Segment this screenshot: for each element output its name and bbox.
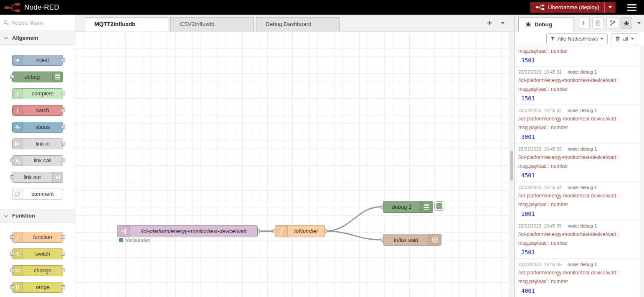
flow-node-debug1[interactable]: debug 1 (383, 201, 433, 213)
deploy-button[interactable]: Übernahme (deploy) (530, 2, 616, 13)
palette-section-funktion[interactable]: Funktion (0, 209, 75, 223)
node-label: debug 1 (383, 201, 420, 213)
sidebar-history-button[interactable] (606, 18, 618, 28)
range-icon (15, 284, 20, 290)
message-node: node: debug 1 (568, 185, 597, 190)
node-output-port[interactable] (61, 92, 65, 95)
palette-node-change[interactable]: change (12, 265, 63, 276)
node-output-port[interactable] (61, 252, 65, 256)
flow-node-tonumber[interactable]: ƒ toNumber (275, 225, 325, 237)
node-output-port[interactable] (61, 269, 65, 272)
sidebar-tabs-caret[interactable] (637, 22, 641, 24)
palette-node-link-out[interactable]: link out (12, 172, 63, 183)
palette-node-link-in[interactable]: link in (12, 138, 63, 149)
debug-message[interactable]: msg.payload : number 3501 (515, 47, 644, 67)
debug-message[interactable]: 23/02/2023, 16:45:36node: debug 1 /iot-p… (515, 259, 644, 297)
debug-message[interactable]: 23/02/2023, 16:45:33node: debug 1 /iot-p… (515, 143, 644, 182)
debug-enable-toggle[interactable] (434, 201, 444, 211)
debug-message[interactable]: 23/02/2023, 16:45:32node: debug 1 /iot-p… (515, 105, 644, 143)
flow-node-influx-watt[interactable]: Influx watt (383, 234, 441, 246)
sidebar-info-button[interactable]: i (578, 18, 590, 28)
status-wave-icon (15, 124, 20, 130)
node-output-port[interactable] (61, 142, 65, 146)
link-call-icon (15, 158, 20, 164)
node-input-port[interactable] (10, 75, 14, 79)
palette-search[interactable] (0, 15, 75, 31)
message-timestamp: 23/02/2023, 16:45:35 (518, 223, 562, 228)
tab-debug-dashboard[interactable]: Debug Dashboard (256, 17, 340, 31)
message-value[interactable]: 1001 (518, 210, 636, 217)
node-input-port[interactable] (10, 175, 14, 179)
node-output-port[interactable] (61, 159, 65, 162)
node-output-port[interactable] (61, 285, 65, 289)
message-timestamp: 23/02/2023, 16:45:34 (518, 185, 562, 190)
add-flow-button[interactable]: + (487, 19, 492, 27)
wire[interactable] (325, 207, 381, 231)
palette-search-input[interactable] (11, 20, 66, 26)
flow-list-caret[interactable] (501, 22, 505, 24)
app-header: Node-RED Übernahme (deploy) (0, 0, 644, 15)
sidebar-header: Debug i (515, 15, 644, 31)
palette-node-inject[interactable]: inject (12, 55, 63, 66)
sidebar-help-button[interactable] (592, 18, 604, 28)
message-value[interactable]: 4501 (518, 172, 636, 179)
canvas-vertical-scrollbar[interactable] (509, 31, 515, 297)
deploy-options-caret[interactable] (604, 2, 615, 13)
tab-mqtt2influxdb[interactable]: MQTT2Influxdb (85, 17, 168, 31)
message-timestamp: 23/02/2023, 16:45:32 (518, 108, 562, 113)
info-icon: i (583, 20, 585, 26)
flow-canvas[interactable]: /iot-platform/energy-monitor/test-device… (75, 31, 515, 297)
main-menu-button[interactable] (627, 4, 636, 11)
message-value[interactable]: 4001 (518, 287, 636, 294)
chevron-down-icon (4, 35, 8, 39)
message-value[interactable]: 3001 (518, 133, 636, 140)
message-node: node: debug 1 (568, 69, 597, 74)
node-input-port[interactable] (10, 159, 14, 162)
debug-message[interactable]: 23/02/2023, 16:45:31node: debug 1 /iot-p… (515, 67, 644, 105)
debug-filter-button[interactable]: Alle Nodes/Flows (546, 33, 608, 44)
debug-message-list: msg.payload : number 3501 23/02/2023, 16… (515, 47, 644, 297)
palette-node-comment[interactable]: comment (12, 189, 63, 200)
message-node: node: debug 1 (568, 262, 597, 267)
node-input-port[interactable] (10, 235, 14, 239)
palette-node-status[interactable]: status (12, 122, 63, 133)
debug-message[interactable]: 23/02/2023, 16:45:35node: debug 1 /iot-p… (515, 220, 644, 259)
message-value[interactable]: 3501 (518, 57, 636, 64)
deploy-icon (535, 4, 545, 10)
node-label: Influx watt (383, 234, 428, 245)
node-output-port[interactable] (61, 108, 65, 112)
sidebar-tab-debug[interactable]: Debug (518, 17, 573, 31)
message-value[interactable]: 2501 (518, 249, 636, 256)
node-output-port[interactable] (61, 235, 65, 239)
message-topic: /iot-platform/energy-monitor/test-device… (518, 193, 636, 199)
workspace-tabbar: MQTT2Influxdb CSV2Influxdb Debug Dashboa… (75, 15, 515, 31)
palette-node-debug[interactable]: debug (12, 72, 63, 82)
scrollbar-thumb[interactable] (510, 151, 513, 181)
node-input-port[interactable] (10, 269, 14, 272)
wire[interactable] (325, 231, 381, 240)
palette-node-function[interactable]: ƒ function (12, 232, 63, 243)
node-output-port[interactable] (61, 125, 65, 129)
node-input-port[interactable] (10, 252, 14, 256)
palette-node-complete[interactable]: ! complete (12, 88, 63, 99)
message-node: node: debug 1 (568, 223, 597, 228)
app-logo: Node-RED (4, 2, 59, 13)
chevron-down-icon (609, 6, 612, 8)
sidebar-debug-button[interactable] (621, 18, 632, 28)
node-input-port[interactable] (10, 285, 14, 289)
debug-scrollbar[interactable] (640, 47, 644, 297)
debug-clear-button[interactable]: all (611, 33, 638, 44)
flow-node-mqtt-in[interactable]: /iot-platform/energy-monitor/test-device… (117, 225, 258, 237)
function-icon: ƒ (280, 228, 282, 235)
book-icon (595, 20, 601, 26)
palette-node-link-call[interactable]: link call (12, 155, 63, 166)
node-output-port[interactable] (61, 58, 65, 62)
palette-node-range[interactable]: range (12, 282, 63, 293)
palette-section-allgemein[interactable]: Allgemein (0, 31, 75, 45)
app-title: Node-RED (24, 3, 59, 12)
message-value[interactable]: 1501 (518, 95, 636, 102)
palette-node-switch[interactable]: switch (12, 248, 63, 259)
tab-csv2influxdb[interactable]: CSV2Influxdb (170, 17, 254, 31)
palette-node-catch[interactable]: ! catch (12, 105, 63, 116)
debug-message[interactable]: 23/02/2023, 16:45:34node: debug 1 /iot-p… (515, 182, 644, 220)
